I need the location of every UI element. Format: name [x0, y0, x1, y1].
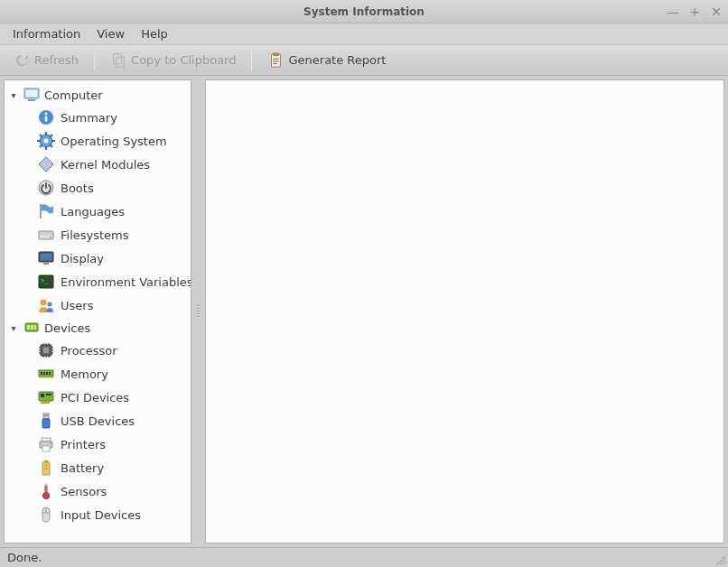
gear-icon: [37, 132, 55, 150]
content-area: ▾ Computer Summary Operating System Kern…: [0, 76, 728, 547]
tree-item-label: USB Devices: [61, 414, 135, 428]
tree-item-os[interactable]: Operating System: [6, 129, 189, 153]
tree-item-env[interactable]: >_ Environment Variables: [6, 270, 189, 293]
svg-rect-71: [42, 419, 50, 428]
pane-splitter[interactable]: [195, 79, 201, 544]
tree-item-label: Display: [61, 252, 104, 265]
svg-rect-37: [31, 325, 33, 330]
tree-item-label: Input Devices: [61, 508, 141, 522]
tree-item-battery[interactable]: + Battery: [6, 456, 189, 479]
svg-point-27: [50, 237, 51, 238]
users-icon: [37, 296, 55, 314]
computer-icon: [23, 86, 41, 104]
detail-pane: [205, 79, 724, 544]
tree-item-pci[interactable]: PCI Devices: [6, 386, 189, 409]
tree-item-label: PCI Devices: [61, 391, 129, 404]
tree-group-label: Devices: [44, 321, 90, 335]
svg-rect-76: [42, 446, 50, 451]
toolbar-separator: [94, 51, 95, 70]
display-icon: [37, 249, 55, 267]
devices-icon: [23, 319, 41, 337]
drive-icon: [37, 226, 55, 244]
svg-rect-70: [43, 414, 49, 419]
cpu-icon: [37, 341, 55, 359]
pci-icon: [37, 388, 55, 406]
menu-view[interactable]: View: [89, 25, 132, 42]
copy-label: Copy to Clipboard: [131, 53, 236, 67]
title-bar: System Information — + ✕: [0, 0, 728, 23]
flag-icon: [37, 202, 55, 220]
svg-point-14: [44, 139, 49, 144]
refresh-icon: [14, 52, 30, 69]
menu-help[interactable]: Help: [134, 25, 175, 42]
svg-rect-83: [45, 486, 47, 495]
svg-rect-0: [114, 53, 122, 63]
svg-text:>_: >_: [41, 277, 49, 284]
svg-rect-72: [45, 415, 46, 417]
status-bar: Done.: [0, 547, 728, 567]
tree-item-languages[interactable]: Languages: [6, 200, 189, 223]
tree-item-label: Memory: [61, 367, 108, 381]
window-title: System Information: [303, 5, 425, 18]
mouse-icon: [37, 506, 55, 524]
svg-line-20: [50, 144, 52, 147]
tree-item-input[interactable]: Input Devices: [6, 503, 189, 526]
tree-group-computer[interactable]: ▾ Computer: [6, 84, 189, 106]
tree-item-usb[interactable]: USB Devices: [6, 409, 189, 432]
maximize-button[interactable]: +: [688, 5, 701, 18]
svg-text:+: +: [44, 462, 48, 468]
usb-icon: [37, 412, 55, 430]
tree-item-processor[interactable]: Processor: [6, 339, 189, 362]
svg-rect-29: [41, 254, 52, 261]
svg-line-22: [50, 135, 52, 137]
svg-rect-69: [41, 401, 50, 404]
tree-item-printers[interactable]: Printers: [6, 432, 189, 456]
expand-icon[interactable]: ▾: [8, 89, 19, 100]
svg-rect-3: [274, 52, 279, 55]
svg-point-33: [41, 300, 47, 306]
tree-item-summary[interactable]: Summary: [6, 106, 189, 129]
tree-item-label: Boots: [61, 181, 94, 195]
tree-group-label: Computer: [44, 88, 103, 102]
toolbar: Refresh Copy to Clipboard Generate Repor…: [0, 45, 728, 76]
tree-item-label: Filesystems: [61, 228, 129, 242]
tree-item-boots[interactable]: Boots: [6, 176, 189, 200]
close-button[interactable]: ✕: [710, 5, 723, 18]
svg-rect-67: [41, 394, 44, 397]
tree-item-kernel[interactable]: Kernel Modules: [6, 153, 189, 176]
tree-item-label: Battery: [61, 461, 104, 475]
info-icon: [37, 108, 55, 126]
svg-point-34: [47, 302, 51, 306]
copy-button[interactable]: Copy to Clipboard: [104, 49, 242, 72]
svg-rect-1: [116, 57, 124, 67]
menu-bar: Information View Help: [0, 23, 728, 45]
minimize-button[interactable]: —: [667, 5, 679, 18]
svg-rect-68: [46, 394, 51, 395]
tree-item-filesystems[interactable]: Filesystems: [6, 223, 189, 246]
battery-icon: +: [37, 459, 55, 477]
generate-report-button[interactable]: Generate Report: [261, 49, 392, 72]
tree-group-devices[interactable]: ▾ Devices: [6, 317, 189, 339]
printer-icon: [37, 435, 55, 453]
svg-rect-54: [41, 372, 42, 375]
menu-information[interactable]: Information: [5, 25, 88, 42]
svg-line-21: [40, 144, 42, 147]
tree-item-users[interactable]: Users: [6, 293, 189, 317]
svg-rect-8: [26, 90, 37, 97]
report-label: Generate Report: [288, 53, 386, 67]
tree-item-label: Processor: [61, 344, 117, 358]
svg-rect-26: [40, 232, 52, 235]
tree-item-display[interactable]: Display: [6, 246, 189, 270]
svg-rect-55: [43, 372, 45, 375]
svg-rect-12: [45, 116, 48, 122]
tree-item-memory[interactable]: Memory: [6, 362, 189, 386]
tree: ▾ Computer Summary Operating System Kern…: [5, 80, 191, 530]
expand-icon[interactable]: ▾: [8, 322, 19, 333]
svg-rect-38: [34, 325, 36, 330]
refresh-button[interactable]: Refresh: [7, 49, 85, 72]
svg-rect-40: [43, 348, 49, 353]
tree-item-label: Kernel Modules: [61, 158, 150, 172]
svg-rect-36: [27, 325, 30, 330]
terminal-icon: >_: [37, 273, 55, 291]
tree-item-sensors[interactable]: Sensors: [6, 479, 189, 503]
